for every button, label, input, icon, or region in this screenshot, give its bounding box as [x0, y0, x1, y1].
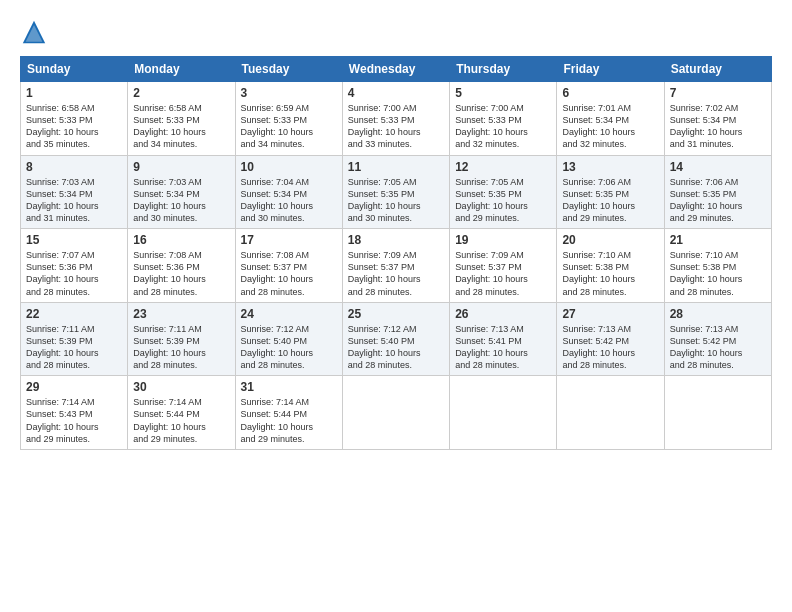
- day-info: Sunrise: 7:08 AMSunset: 5:37 PMDaylight:…: [241, 250, 314, 296]
- calendar-day-cell: 7 Sunrise: 7:02 AMSunset: 5:34 PMDayligh…: [664, 82, 771, 156]
- calendar-empty-cell: [450, 376, 557, 450]
- calendar-day-cell: 14 Sunrise: 7:06 AMSunset: 5:35 PMDaylig…: [664, 155, 771, 229]
- day-number: 7: [670, 86, 766, 100]
- calendar-week-row: 29 Sunrise: 7:14 AMSunset: 5:43 PMDaylig…: [21, 376, 772, 450]
- day-info: Sunrise: 7:03 AMSunset: 5:34 PMDaylight:…: [133, 177, 206, 223]
- day-number: 17: [241, 233, 337, 247]
- calendar-day-header: Friday: [557, 57, 664, 82]
- day-info: Sunrise: 7:12 AMSunset: 5:40 PMDaylight:…: [348, 324, 421, 370]
- day-info: Sunrise: 7:10 AMSunset: 5:38 PMDaylight:…: [670, 250, 743, 296]
- day-number: 14: [670, 160, 766, 174]
- calendar-day-cell: 23 Sunrise: 7:11 AMSunset: 5:39 PMDaylig…: [128, 302, 235, 376]
- day-info: Sunrise: 7:06 AMSunset: 5:35 PMDaylight:…: [562, 177, 635, 223]
- logo: [20, 18, 52, 46]
- day-info: Sunrise: 7:05 AMSunset: 5:35 PMDaylight:…: [348, 177, 421, 223]
- calendar-day-cell: 24 Sunrise: 7:12 AMSunset: 5:40 PMDaylig…: [235, 302, 342, 376]
- calendar-day-header: Thursday: [450, 57, 557, 82]
- calendar-day-cell: 11 Sunrise: 7:05 AMSunset: 5:35 PMDaylig…: [342, 155, 449, 229]
- calendar-day-header: Tuesday: [235, 57, 342, 82]
- calendar-day-cell: 9 Sunrise: 7:03 AMSunset: 5:34 PMDayligh…: [128, 155, 235, 229]
- calendar-day-cell: 1 Sunrise: 6:58 AMSunset: 5:33 PMDayligh…: [21, 82, 128, 156]
- day-number: 4: [348, 86, 444, 100]
- day-info: Sunrise: 7:14 AMSunset: 5:44 PMDaylight:…: [241, 397, 314, 443]
- day-info: Sunrise: 7:01 AMSunset: 5:34 PMDaylight:…: [562, 103, 635, 149]
- day-info: Sunrise: 7:11 AMSunset: 5:39 PMDaylight:…: [133, 324, 206, 370]
- day-info: Sunrise: 7:11 AMSunset: 5:39 PMDaylight:…: [26, 324, 99, 370]
- calendar-empty-cell: [664, 376, 771, 450]
- day-info: Sunrise: 7:04 AMSunset: 5:34 PMDaylight:…: [241, 177, 314, 223]
- calendar-day-header: Monday: [128, 57, 235, 82]
- calendar-day-cell: 29 Sunrise: 7:14 AMSunset: 5:43 PMDaylig…: [21, 376, 128, 450]
- day-number: 21: [670, 233, 766, 247]
- calendar-day-header: Sunday: [21, 57, 128, 82]
- day-info: Sunrise: 7:09 AMSunset: 5:37 PMDaylight:…: [455, 250, 528, 296]
- calendar-day-cell: 5 Sunrise: 7:00 AMSunset: 5:33 PMDayligh…: [450, 82, 557, 156]
- day-info: Sunrise: 7:03 AMSunset: 5:34 PMDaylight:…: [26, 177, 99, 223]
- calendar-table: SundayMondayTuesdayWednesdayThursdayFrid…: [20, 56, 772, 450]
- day-info: Sunrise: 7:13 AMSunset: 5:42 PMDaylight:…: [562, 324, 635, 370]
- day-info: Sunrise: 7:07 AMSunset: 5:36 PMDaylight:…: [26, 250, 99, 296]
- calendar-day-cell: 21 Sunrise: 7:10 AMSunset: 5:38 PMDaylig…: [664, 229, 771, 303]
- day-info: Sunrise: 7:00 AMSunset: 5:33 PMDaylight:…: [348, 103, 421, 149]
- calendar-day-cell: 13 Sunrise: 7:06 AMSunset: 5:35 PMDaylig…: [557, 155, 664, 229]
- calendar-day-cell: 4 Sunrise: 7:00 AMSunset: 5:33 PMDayligh…: [342, 82, 449, 156]
- calendar-empty-cell: [342, 376, 449, 450]
- calendar-week-row: 8 Sunrise: 7:03 AMSunset: 5:34 PMDayligh…: [21, 155, 772, 229]
- page: SundayMondayTuesdayWednesdayThursdayFrid…: [0, 0, 792, 612]
- calendar-empty-cell: [557, 376, 664, 450]
- day-number: 18: [348, 233, 444, 247]
- day-number: 5: [455, 86, 551, 100]
- day-number: 9: [133, 160, 229, 174]
- calendar-day-cell: 8 Sunrise: 7:03 AMSunset: 5:34 PMDayligh…: [21, 155, 128, 229]
- calendar-day-header: Saturday: [664, 57, 771, 82]
- day-number: 16: [133, 233, 229, 247]
- day-info: Sunrise: 7:13 AMSunset: 5:41 PMDaylight:…: [455, 324, 528, 370]
- day-number: 2: [133, 86, 229, 100]
- calendar-day-cell: 12 Sunrise: 7:05 AMSunset: 5:35 PMDaylig…: [450, 155, 557, 229]
- day-number: 25: [348, 307, 444, 321]
- logo-icon: [20, 18, 48, 46]
- calendar-day-cell: 30 Sunrise: 7:14 AMSunset: 5:44 PMDaylig…: [128, 376, 235, 450]
- calendar-day-cell: 28 Sunrise: 7:13 AMSunset: 5:42 PMDaylig…: [664, 302, 771, 376]
- day-number: 12: [455, 160, 551, 174]
- header: [20, 18, 772, 46]
- day-info: Sunrise: 6:58 AMSunset: 5:33 PMDaylight:…: [26, 103, 99, 149]
- day-info: Sunrise: 7:10 AMSunset: 5:38 PMDaylight:…: [562, 250, 635, 296]
- day-info: Sunrise: 6:58 AMSunset: 5:33 PMDaylight:…: [133, 103, 206, 149]
- calendar-day-header: Wednesday: [342, 57, 449, 82]
- calendar-day-cell: 31 Sunrise: 7:14 AMSunset: 5:44 PMDaylig…: [235, 376, 342, 450]
- calendar-day-cell: 18 Sunrise: 7:09 AMSunset: 5:37 PMDaylig…: [342, 229, 449, 303]
- day-number: 19: [455, 233, 551, 247]
- day-number: 8: [26, 160, 122, 174]
- day-info: Sunrise: 7:00 AMSunset: 5:33 PMDaylight:…: [455, 103, 528, 149]
- calendar-day-cell: 2 Sunrise: 6:58 AMSunset: 5:33 PMDayligh…: [128, 82, 235, 156]
- day-number: 24: [241, 307, 337, 321]
- calendar-day-cell: 15 Sunrise: 7:07 AMSunset: 5:36 PMDaylig…: [21, 229, 128, 303]
- day-number: 10: [241, 160, 337, 174]
- day-info: Sunrise: 7:02 AMSunset: 5:34 PMDaylight:…: [670, 103, 743, 149]
- day-info: Sunrise: 7:14 AMSunset: 5:43 PMDaylight:…: [26, 397, 99, 443]
- day-info: Sunrise: 7:08 AMSunset: 5:36 PMDaylight:…: [133, 250, 206, 296]
- day-number: 6: [562, 86, 658, 100]
- calendar-day-cell: 10 Sunrise: 7:04 AMSunset: 5:34 PMDaylig…: [235, 155, 342, 229]
- calendar-day-cell: 6 Sunrise: 7:01 AMSunset: 5:34 PMDayligh…: [557, 82, 664, 156]
- day-number: 11: [348, 160, 444, 174]
- day-info: Sunrise: 7:05 AMSunset: 5:35 PMDaylight:…: [455, 177, 528, 223]
- calendar-day-cell: 17 Sunrise: 7:08 AMSunset: 5:37 PMDaylig…: [235, 229, 342, 303]
- day-number: 31: [241, 380, 337, 394]
- calendar-week-row: 15 Sunrise: 7:07 AMSunset: 5:36 PMDaylig…: [21, 229, 772, 303]
- day-number: 23: [133, 307, 229, 321]
- day-info: Sunrise: 7:06 AMSunset: 5:35 PMDaylight:…: [670, 177, 743, 223]
- day-number: 20: [562, 233, 658, 247]
- day-number: 30: [133, 380, 229, 394]
- day-info: Sunrise: 7:13 AMSunset: 5:42 PMDaylight:…: [670, 324, 743, 370]
- calendar-week-row: 1 Sunrise: 6:58 AMSunset: 5:33 PMDayligh…: [21, 82, 772, 156]
- calendar-day-cell: 22 Sunrise: 7:11 AMSunset: 5:39 PMDaylig…: [21, 302, 128, 376]
- calendar-week-row: 22 Sunrise: 7:11 AMSunset: 5:39 PMDaylig…: [21, 302, 772, 376]
- day-number: 22: [26, 307, 122, 321]
- calendar-day-cell: 25 Sunrise: 7:12 AMSunset: 5:40 PMDaylig…: [342, 302, 449, 376]
- day-number: 26: [455, 307, 551, 321]
- day-number: 13: [562, 160, 658, 174]
- calendar-day-cell: 3 Sunrise: 6:59 AMSunset: 5:33 PMDayligh…: [235, 82, 342, 156]
- calendar-day-cell: 27 Sunrise: 7:13 AMSunset: 5:42 PMDaylig…: [557, 302, 664, 376]
